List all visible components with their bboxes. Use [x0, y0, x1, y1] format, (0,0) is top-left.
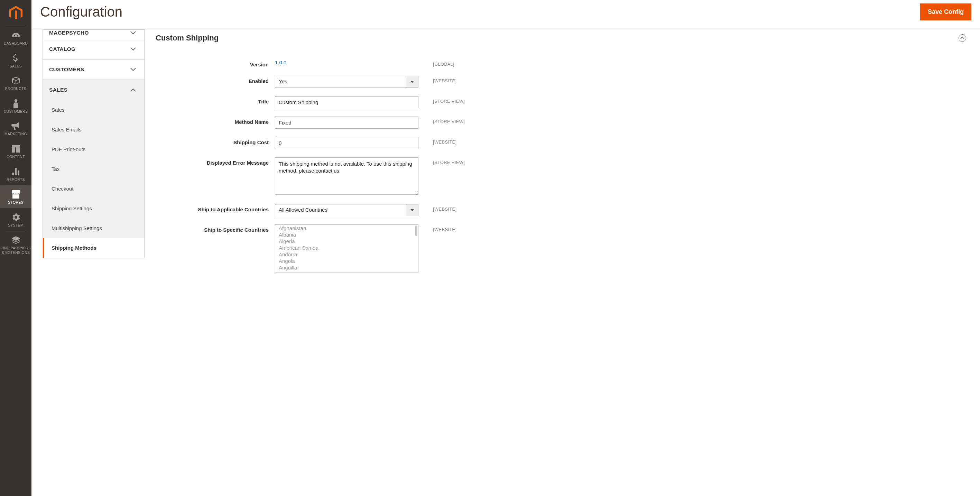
tab-head-catalog[interactable]: CATALOG [43, 39, 144, 59]
dropdown-arrow-icon [406, 204, 418, 216]
tab-group-magepsycho: MAGEPSYCHO [43, 29, 145, 39]
applicable-countries-select[interactable]: All Allowed Countries [275, 204, 418, 216]
enabled-select[interactable]: Yes [275, 76, 418, 88]
bar-chart-icon [12, 167, 20, 176]
nav-products[interactable]: PRODUCTS [0, 72, 32, 94]
layout-icon [12, 144, 20, 153]
section-head-custom-shipping[interactable]: Custom Shipping [156, 33, 966, 49]
scope-label: [STORE VIEW] [418, 157, 465, 165]
svg-point-0 [14, 99, 17, 102]
list-item[interactable]: Angola [275, 258, 418, 264]
tab-item-tax[interactable]: Tax [43, 159, 144, 179]
nav-sales[interactable]: SALES [0, 49, 32, 72]
version-value: 1.0.0 [275, 59, 286, 65]
scope-label: [STORE VIEW] [418, 96, 465, 104]
method-name-input[interactable] [275, 116, 418, 129]
scope-label: [GLOBAL] [418, 59, 454, 67]
specific-countries-multiselect[interactable]: Afghanistan Albania Algeria American Sam… [275, 225, 418, 273]
nav-content[interactable]: CONTENT [0, 140, 32, 163]
nav-reports[interactable]: REPORTS [0, 163, 32, 185]
tab-item-carriers[interactable]: Shipping Methods [43, 238, 144, 258]
scope-label: [WEBSITE] [418, 225, 457, 232]
scrollbar[interactable] [415, 225, 417, 236]
scope-label: [WEBSITE] [418, 76, 457, 83]
tab-head-sales[interactable]: SALES [43, 80, 144, 100]
tab-group-catalog: CATALOG [43, 39, 145, 59]
config-form: Custom Shipping Version 1.0.0 [GLOBAL] E… [145, 29, 980, 496]
storefront-icon [11, 190, 21, 199]
person-icon [13, 99, 19, 108]
field-shipping-cost: Shipping Cost [WEBSITE] [156, 137, 966, 149]
config-tabs: MAGEPSYCHO CATALOG CUSTOMERS SALES [32, 29, 145, 496]
tab-item-sales[interactable]: Sales [43, 100, 144, 120]
tab-group-customers: CUSTOMERS [43, 59, 145, 80]
field-error-message: Displayed Error Message This shipping me… [156, 157, 966, 196]
scope-label: [STORE VIEW] [418, 116, 465, 124]
nav-marketing[interactable]: MARKETING [0, 117, 32, 140]
field-method-name: Method Name [STORE VIEW] [156, 116, 966, 129]
nav-partners[interactable]: FIND PARTNERS & EXTENSIONS [0, 231, 32, 258]
megaphone-icon [11, 121, 21, 131]
field-title: Title [STORE VIEW] [156, 96, 966, 108]
chevron-down-icon [130, 66, 137, 73]
nav-stores[interactable]: STORES [0, 185, 32, 208]
page-title: Configuration [40, 4, 123, 20]
tab-item-multishipping[interactable]: Multishipping Settings [43, 218, 144, 238]
tab-item-checkout[interactable]: Checkout [43, 179, 144, 199]
scope-label: [WEBSITE] [418, 204, 457, 212]
tab-head-customers[interactable]: CUSTOMERS [43, 59, 144, 80]
tab-group-sales: SALES Sales Sales Emails PDF Print-outs … [43, 80, 145, 258]
field-version: Version 1.0.0 [GLOBAL] [156, 59, 966, 67]
list-item[interactable]: Andorra [275, 251, 418, 258]
box-icon [12, 76, 20, 85]
shipping-cost-input[interactable] [275, 137, 418, 149]
nav-system[interactable]: SYSTEM [0, 208, 32, 231]
page-header: Configuration Save Config [32, 0, 980, 29]
chevron-up-icon [130, 87, 137, 93]
list-item[interactable]: Albania [275, 231, 418, 238]
tab-item-pdf[interactable]: PDF Print-outs [43, 139, 144, 159]
field-enabled: Enabled Yes [WEBSITE] [156, 76, 966, 88]
tab-head-magepsycho[interactable]: MAGEPSYCHO [43, 30, 144, 39]
field-applicable-countries: Ship to Applicable Countries All Allowed… [156, 204, 966, 216]
admin-sidebar: DASHBOARD SALES PRODUCTS CUSTOMERS MARKE… [0, 0, 32, 496]
section-title: Custom Shipping [156, 33, 218, 43]
scope-label: [WEBSITE] [418, 137, 457, 145]
dropdown-arrow-icon [406, 76, 418, 88]
list-item[interactable]: Afghanistan [275, 225, 418, 231]
title-input[interactable] [275, 96, 418, 108]
field-specific-countries: Ship to Specific Countries Afghanistan A… [156, 225, 966, 273]
chevron-down-icon [130, 30, 137, 36]
tab-item-sales-email[interactable]: Sales Emails [43, 120, 144, 139]
error-message-textarea[interactable]: This shipping method is not available. T… [275, 157, 418, 195]
list-item[interactable]: Anguilla [275, 264, 418, 271]
tab-item-shipping[interactable]: Shipping Settings [43, 199, 144, 218]
magento-logo-icon [10, 6, 22, 21]
save-config-button[interactable]: Save Config [920, 3, 971, 21]
nav-dashboard[interactable]: DASHBOARD [0, 26, 32, 49]
nav-customers[interactable]: CUSTOMERS [0, 94, 32, 117]
puzzle-icon [12, 236, 20, 244]
dollar-icon [13, 54, 19, 62]
chevron-down-icon [130, 46, 137, 52]
collapse-icon [959, 34, 966, 42]
list-item[interactable]: Algeria [275, 238, 418, 244]
nav-partners-label: FIND PARTNERS & EXTENSIONS [1, 246, 31, 255]
gear-icon [12, 213, 20, 222]
list-item[interactable]: American Samoa [275, 244, 418, 251]
magento-logo[interactable] [0, 0, 32, 26]
gauge-icon [11, 31, 21, 40]
